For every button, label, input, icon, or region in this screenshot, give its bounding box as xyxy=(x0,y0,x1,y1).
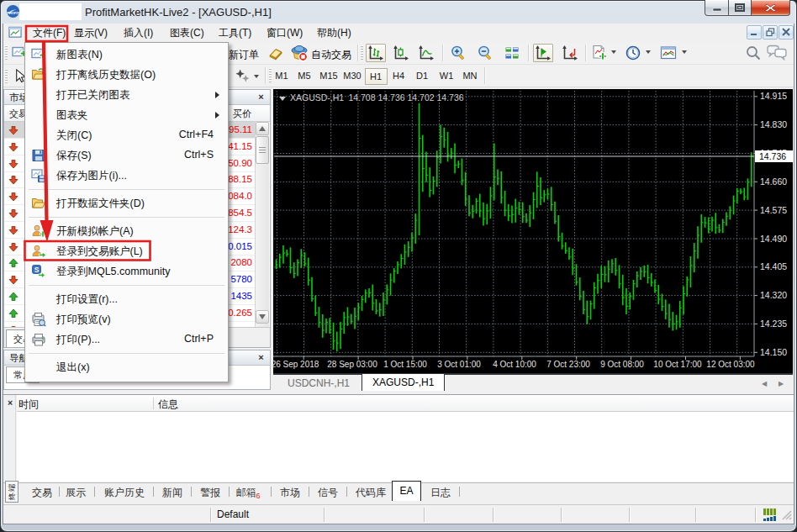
mdi-close-button[interactable] xyxy=(779,25,794,40)
terminal-tab-90[interactable]: 展示 xyxy=(66,486,86,500)
ask-column-header[interactable]: 买价 xyxy=(233,108,251,120)
navigator-close-icon[interactable]: × xyxy=(256,352,267,363)
metaeditor-button[interactable] xyxy=(266,44,286,62)
accountplus-icon xyxy=(31,224,46,239)
zoom-in-button[interactable] xyxy=(448,44,468,62)
indicators-dropdown-arrow[interactable] xyxy=(611,50,616,54)
toolbar-grip[interactable] xyxy=(5,45,8,61)
terminal-tab-295[interactable]: 邮箱6 xyxy=(235,486,260,500)
scroll-down-button[interactable] xyxy=(256,310,269,324)
file-menu-item[interactable]: 退出(x) xyxy=(26,357,227,377)
file-menu-item[interactable]: 打开数据文件夹(D) xyxy=(26,193,227,213)
tile-windows-button[interactable] xyxy=(502,44,522,62)
toolbar-grip[interactable] xyxy=(361,45,363,61)
menubar-item-view[interactable]: 显示(V) xyxy=(74,26,108,40)
menubar-item-insert[interactable]: 插入(I) xyxy=(124,26,153,40)
timeframe-m1[interactable]: M1 xyxy=(271,68,293,85)
drawing-symbols-button[interactable] xyxy=(232,66,252,85)
chart-shift-button[interactable] xyxy=(533,44,553,62)
chart-window[interactable]: 14.91514.83014.74514.66014.57514.49014.4… xyxy=(273,89,793,373)
templates-dropdown-arrow[interactable] xyxy=(682,50,687,54)
timeframe-h4[interactable]: H4 xyxy=(388,68,410,85)
template-status[interactable]: Default xyxy=(217,508,249,520)
market-watch-scrollbar[interactable] xyxy=(255,122,269,327)
close-button[interactable] xyxy=(751,0,790,16)
tab-ea[interactable]: EA xyxy=(392,481,421,501)
file-menu-item[interactable]: 登录到交易账户(L) xyxy=(26,241,227,261)
terminal-tab-345[interactable]: 市场 xyxy=(280,486,300,500)
menubar-item-help[interactable]: 帮助(H) xyxy=(317,26,351,40)
time-column-header[interactable]: 时间 xyxy=(18,398,39,412)
menubar-item-window[interactable]: 窗口(W) xyxy=(267,26,303,40)
file-menu-item[interactable]: 保存(S)Ctrl+S xyxy=(26,145,227,166)
terminal-tab-148[interactable]: 账户历史 xyxy=(104,486,145,500)
file-menu-item[interactable]: 打印预览(v) xyxy=(26,309,227,329)
tab-separator xyxy=(229,487,230,497)
menubar-item-file[interactable]: 文件(F) xyxy=(33,26,66,40)
terminal-tab-250[interactable]: 警报 xyxy=(200,486,220,500)
column-separator[interactable] xyxy=(153,398,154,409)
title-bar[interactable]: ProfitMarketHK-Live2 - [XAGUSD-,H1] xyxy=(0,0,797,24)
auto-scroll-button[interactable] xyxy=(560,44,580,62)
scroll-up-button[interactable] xyxy=(256,122,269,135)
minimize-button[interactable] xyxy=(705,0,729,16)
status-separator xyxy=(561,508,562,522)
file-menu-item[interactable]: 开新模拟帐户(A) xyxy=(26,221,227,241)
mdi-minimize-button[interactable] xyxy=(747,25,762,40)
chart-tab-xagusd[interactable]: XAGUSD-,H1 xyxy=(362,373,445,391)
timeframe-h1[interactable]: H1 xyxy=(365,68,388,85)
timeframe-w1[interactable]: W1 xyxy=(435,68,458,85)
timeframe-m15[interactable]: M15 xyxy=(318,68,340,85)
price-chart[interactable]: 14.91514.83014.74514.66014.57514.49014.4… xyxy=(273,89,793,373)
file-menu-item[interactable]: 图表夹 xyxy=(26,105,227,125)
candlestick-button[interactable] xyxy=(391,44,411,62)
indicators-button[interactable] xyxy=(589,44,610,62)
timeframe-d1[interactable]: D1 xyxy=(411,68,434,85)
file-menu-item[interactable]: 打开已关闭图表 xyxy=(26,85,227,105)
tab-scroll-left-icon[interactable]: ◀ xyxy=(762,380,767,387)
mdi-restore-button[interactable] xyxy=(763,25,778,40)
line-chart-button[interactable] xyxy=(416,44,436,62)
file-menu-item[interactable]: 登录到MQL5.community xyxy=(26,261,227,282)
menubar-item-tools[interactable]: 工具(T) xyxy=(219,26,251,40)
file-menu-item[interactable]: 新图表(N) xyxy=(26,45,227,65)
chat-button[interactable] xyxy=(763,44,790,62)
message-column-header[interactable]: 信息 xyxy=(158,398,178,412)
bar-chart-button[interactable] xyxy=(366,44,386,62)
timeframe-m30[interactable]: M30 xyxy=(341,68,364,85)
terminal-tab-390[interactable]: 信号 xyxy=(318,486,338,500)
templates-button[interactable] xyxy=(658,44,678,62)
terminal-tab-50[interactable]: 交易 xyxy=(32,486,52,500)
drawing-symbols-dropdown-arrow[interactable] xyxy=(254,75,259,78)
market-watch-close-icon[interactable]: × xyxy=(256,92,267,103)
zoom-out-button[interactable] xyxy=(475,44,495,62)
periods-dropdown-arrow[interactable] xyxy=(646,50,651,54)
file-menu-item[interactable]: 关闭(C)Ctrl+F4 xyxy=(26,125,227,145)
maximize-button[interactable] xyxy=(728,0,752,16)
periods-button[interactable] xyxy=(623,44,643,62)
status-separator xyxy=(210,508,212,522)
time-axis-label: 28 Sep 03:00 xyxy=(327,360,377,369)
terminal-close-icon[interactable]: × xyxy=(5,398,15,408)
autotrading-label[interactable]: 自动交易 xyxy=(311,48,351,62)
timeframe-mn[interactable]: MN xyxy=(459,68,482,85)
toolbar-grip[interactable] xyxy=(5,69,8,84)
file-menu-item[interactable]: 保存为图片(i)... xyxy=(26,166,227,186)
terminal-vertical-tab[interactable]: 终端 xyxy=(5,481,18,503)
resize-grip[interactable] xyxy=(780,508,792,520)
search-button[interactable] xyxy=(743,44,763,62)
chart-tab-usdcnh[interactable]: USDCNH-,H1 xyxy=(288,377,350,389)
terminal-tab-524[interactable]: 日志 xyxy=(430,486,451,500)
timeframe-m5[interactable]: M5 xyxy=(293,68,316,85)
file-menu-item[interactable]: 打印(P)...Ctrl+P xyxy=(26,329,227,350)
price-axis-label: 14.490 xyxy=(760,234,787,244)
scrollbar-thumb[interactable] xyxy=(256,136,269,164)
menubar-item-charts[interactable]: 图表(C) xyxy=(170,26,204,40)
terminal-tab-441[interactable]: 代码库 xyxy=(356,486,386,500)
file-menu-item[interactable]: 打印设置(r)... xyxy=(26,289,227,309)
new-order-label[interactable]: 新订单 xyxy=(229,48,259,62)
autotrading-button[interactable] xyxy=(289,44,309,62)
file-menu-item[interactable]: 打开离线历史数据(O) xyxy=(26,65,227,85)
tab-scroll-right-icon[interactable]: ▶ xyxy=(779,380,784,387)
terminal-tab-205[interactable]: 新闻 xyxy=(162,486,182,500)
